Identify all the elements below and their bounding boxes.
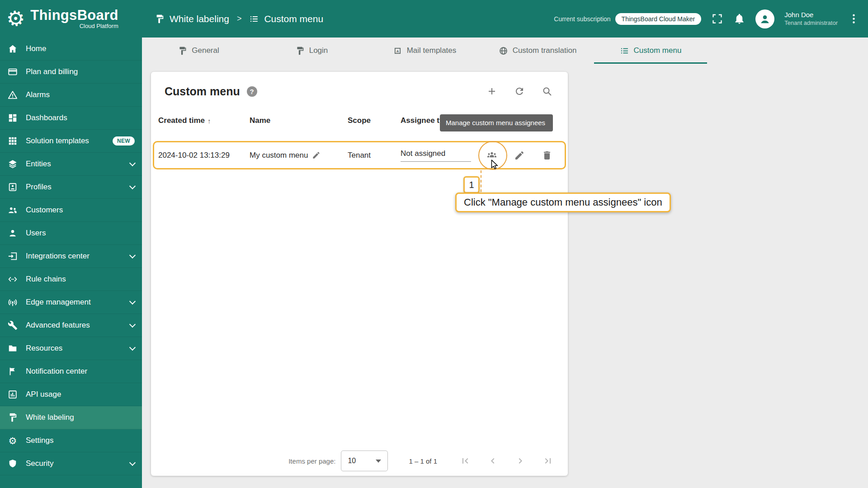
format-shapes-icon: A bbox=[393, 46, 402, 56]
paint-roller-icon bbox=[178, 46, 187, 56]
search-button[interactable] bbox=[542, 86, 552, 97]
user-name: John Doe bbox=[784, 11, 838, 19]
paint-roller-icon bbox=[155, 14, 165, 24]
top-header: ⚙ ThingsBoard Cloud Platform White label… bbox=[0, 0, 868, 38]
list-icon bbox=[249, 14, 259, 24]
sidebar-item-entities[interactable]: Entities bbox=[0, 153, 142, 176]
manage-assignees-button[interactable] bbox=[486, 150, 497, 161]
sidebar-item-profiles[interactable]: Profiles bbox=[0, 176, 142, 199]
sidebar-item-rule-chains[interactable]: Rule chains bbox=[0, 268, 142, 291]
tab-custom-translation[interactable]: Custom translation bbox=[481, 38, 594, 64]
sidebar-item-dashboards[interactable]: Dashboards bbox=[0, 107, 142, 130]
sidebar-item-home[interactable]: Home bbox=[0, 38, 142, 61]
gear-icon: ⚙ bbox=[7, 435, 18, 446]
sidebar-item-users[interactable]: Users bbox=[0, 222, 142, 245]
chevron-down-icon bbox=[129, 321, 136, 327]
sidebar-item-customers[interactable]: Customers bbox=[0, 199, 142, 222]
column-created-time[interactable]: Created time ↑ bbox=[158, 116, 250, 125]
column-scope[interactable]: Scope bbox=[348, 116, 401, 125]
user-avatar[interactable] bbox=[755, 9, 774, 28]
fullscreen-icon[interactable] bbox=[711, 13, 723, 25]
breadcrumb: White labeling > Custom menu bbox=[155, 14, 323, 24]
cell-name: My custom menu bbox=[250, 151, 308, 160]
sidebar-item-advanced-features[interactable]: Advanced features bbox=[0, 314, 142, 337]
chevron-down-icon bbox=[129, 344, 136, 350]
globe-icon bbox=[499, 46, 508, 56]
cell-scope: Tenant bbox=[348, 151, 401, 160]
code-brackets-icon bbox=[7, 274, 18, 285]
kebab-menu-icon[interactable] bbox=[848, 13, 860, 25]
edit-name-icon[interactable] bbox=[312, 151, 321, 160]
brand-tagline: Cloud Platform bbox=[80, 23, 118, 29]
shield-icon bbox=[7, 458, 18, 469]
sidebar-item-solution-templates[interactable]: Solution templates NEW bbox=[0, 130, 142, 153]
breadcrumb-separator: > bbox=[237, 14, 242, 23]
tab-login[interactable]: Login bbox=[255, 38, 368, 64]
tab-general[interactable]: General bbox=[142, 38, 255, 64]
items-per-page-label: Items per page: bbox=[288, 457, 335, 465]
sidebar-item-notification-center[interactable]: Notification center bbox=[0, 360, 142, 383]
subscription-label: Current subscription bbox=[554, 15, 610, 23]
breadcrumb-parent[interactable]: White labeling bbox=[170, 14, 229, 24]
chevron-down-icon bbox=[129, 459, 136, 465]
sidebar-item-white-labeling[interactable]: White labeling bbox=[0, 406, 142, 429]
dashboards-icon bbox=[7, 113, 18, 123]
sidebar-item-security[interactable]: Security bbox=[0, 452, 142, 475]
custom-menu-card: Custom menu ? Created time ↑ Name Scope … bbox=[151, 72, 568, 476]
sidebar: Home Plan and billing Alarms Dashboards … bbox=[0, 38, 142, 488]
sidebar-item-plan-and-billing[interactable]: Plan and billing bbox=[0, 61, 142, 84]
input-icon bbox=[7, 251, 18, 262]
user-role: Tenant administrator bbox=[784, 19, 838, 27]
new-badge: NEW bbox=[113, 136, 135, 145]
items-per-page-select[interactable]: 10 bbox=[341, 450, 388, 471]
previous-page-button[interactable] bbox=[487, 455, 498, 466]
paint-roller-icon bbox=[7, 412, 18, 423]
chevron-down-icon bbox=[376, 460, 381, 463]
page-title: Custom menu bbox=[165, 84, 240, 99]
first-page-button[interactable] bbox=[460, 455, 471, 466]
cell-assignee[interactable]: Not assigned bbox=[401, 149, 471, 162]
tab-custom-menu[interactable]: Custom menu bbox=[594, 38, 707, 64]
pagination: Items per page: 10 1 – 1 of 1 bbox=[151, 446, 568, 476]
sidebar-item-resources[interactable]: Resources bbox=[0, 337, 142, 360]
chevron-down-icon bbox=[129, 183, 136, 189]
sidebar-item-api-usage[interactable]: API usage bbox=[0, 383, 142, 406]
layers-icon bbox=[7, 159, 18, 169]
subscription-plan-chip[interactable]: ThingsBoard Cloud Maker bbox=[615, 13, 702, 25]
sidebar-item-integrations-center[interactable]: Integrations center bbox=[0, 245, 142, 268]
warning-icon bbox=[7, 89, 18, 100]
add-button[interactable] bbox=[486, 86, 497, 97]
help-icon[interactable]: ? bbox=[247, 86, 257, 97]
last-page-button[interactable] bbox=[542, 455, 553, 466]
delete-row-button[interactable] bbox=[542, 150, 552, 161]
notifications-bell-icon[interactable] bbox=[733, 13, 745, 25]
sidebar-item-alarms[interactable]: Alarms bbox=[0, 84, 142, 107]
main-content: General Login A Mail templates Custom tr… bbox=[142, 38, 868, 488]
credit-card-icon bbox=[7, 66, 18, 77]
sidebar-item-settings[interactable]: ⚙ Settings bbox=[0, 429, 142, 452]
column-assignee-type[interactable]: Assignee type bbox=[401, 116, 473, 125]
brand: ⚙ ThingsBoard Cloud Platform bbox=[0, 8, 142, 30]
chevron-down-icon bbox=[129, 160, 136, 166]
list-icon bbox=[620, 46, 629, 56]
badge-icon bbox=[7, 182, 18, 192]
chevron-down-icon bbox=[129, 298, 136, 304]
apps-grid-icon bbox=[7, 136, 18, 146]
next-page-button[interactable] bbox=[515, 455, 526, 466]
brand-name: ThingsBoard bbox=[30, 8, 118, 23]
table-row[interactable]: 2024-10-02 13:13:29 My custom menu Tenan… bbox=[153, 141, 566, 169]
tab-mail-templates[interactable]: A Mail templates bbox=[368, 38, 481, 64]
breadcrumb-current: Custom menu bbox=[264, 14, 323, 24]
refresh-button[interactable] bbox=[514, 86, 525, 97]
sidebar-item-edge-management[interactable]: Edge management bbox=[0, 291, 142, 314]
flag-icon bbox=[7, 366, 18, 377]
cell-created-time: 2024-10-02 13:13:29 bbox=[158, 151, 250, 160]
home-icon bbox=[7, 43, 18, 54]
edit-row-button[interactable] bbox=[514, 150, 525, 161]
table-header: Created time ↑ Name Scope Assignee type bbox=[151, 109, 568, 132]
chart-icon bbox=[7, 389, 18, 400]
folder-icon bbox=[7, 343, 18, 354]
thingsboard-logo-icon: ⚙ bbox=[5, 7, 26, 30]
wrench-icon bbox=[7, 320, 18, 331]
column-name[interactable]: Name bbox=[250, 116, 348, 125]
